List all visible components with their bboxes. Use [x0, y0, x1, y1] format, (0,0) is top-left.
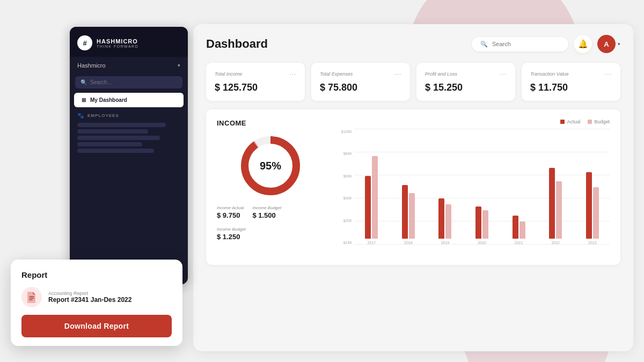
notification-button[interactable]: 🔔 — [574, 35, 592, 53]
bar-group-2017: 2017 — [354, 153, 389, 245]
sidebar-search-input[interactable] — [90, 79, 177, 85]
sidebar-menu-bar-4[interactable] — [77, 142, 142, 146]
income-actual-group: Income Actual $ 9.750 — [217, 205, 244, 219]
stat-label-income: Total Income — [215, 71, 242, 77]
bar-group-2018: 2018 — [391, 153, 426, 245]
sidebar-menu-bar-5[interactable] — [77, 149, 154, 153]
stat-dots-transaction[interactable]: ··· — [605, 70, 612, 78]
logo-icon: # — [77, 35, 92, 50]
income-actual-label: Income Actual — [217, 205, 244, 210]
bar-x-label-2022: 2022 — [551, 241, 560, 245]
stat-card-expenses: Total Expenses ··· $ 75.800 — [311, 63, 410, 101]
income-budget2-value: $ 1.250 — [217, 233, 324, 241]
bar-x-label-2019: 2019 — [441, 241, 450, 245]
bar-x-label-2021: 2021 — [515, 241, 523, 245]
sidebar-search-icon: 🔍 — [80, 79, 87, 85]
sidebar-section-label-text: EMPLOYEES — [87, 113, 119, 118]
report-file-details: Accounting Report Report #2341 Jan-Des 2… — [48, 291, 131, 304]
stat-label-profit: Profit and Loss — [425, 71, 457, 77]
bar-actual-2023 — [586, 172, 592, 239]
bar-actual-2021 — [513, 216, 518, 239]
download-report-button[interactable]: Download Report — [21, 315, 172, 337]
bar-x-label-2023: 2023 — [588, 241, 597, 245]
bar-budget-2022 — [556, 181, 562, 239]
legend-actual-label: Actual — [567, 119, 580, 124]
page-title: Dashboard — [206, 37, 268, 51]
bar-group-2019: 2019 — [428, 153, 463, 245]
income-budget-group: Income Budget $ 1.500 — [252, 205, 281, 219]
bar-group-2022: 2022 — [538, 153, 573, 245]
sidebar-search-box[interactable]: 🔍 — [75, 76, 182, 88]
income-title: INCOME — [217, 119, 324, 127]
main-search-input[interactable] — [492, 41, 560, 47]
legend-budget: Budget — [588, 119, 610, 124]
stat-value-transaction: $ 11.750 — [530, 82, 612, 93]
sidebar: # HASHMICRO THINK FORWARD Hashmicro ▾ 🔍 … — [70, 27, 188, 284]
income-left-panel: INCOME 95% Income Actual $ 9.750 — [217, 119, 324, 255]
income-panel: INCOME 95% Income Actual $ 9.750 — [206, 109, 620, 265]
bar-group-2021: 2021 — [501, 153, 536, 245]
stat-dots-expenses[interactable]: ··· — [394, 70, 401, 78]
stat-value-profit: $ 15.250 — [425, 82, 507, 93]
bar-budget-2017 — [372, 156, 378, 239]
bell-icon: 🔔 — [578, 39, 588, 49]
dashboard-icon: ⊞ — [82, 97, 86, 103]
bar-actual-2017 — [365, 176, 371, 239]
sidebar-menu-bar-1[interactable] — [77, 123, 166, 127]
main-header: Dashboard 🔍 🔔 A ▾ — [206, 35, 620, 53]
bar-budget-2023 — [593, 187, 599, 239]
bar-actual-2018 — [402, 185, 408, 239]
org-name: Hashmicro — [77, 62, 106, 69]
report-card: Report Accounting Report Report #2341 Ja… — [11, 260, 182, 346]
bar-chart: $100K$60K$60K$40K$20K$15K 2017 — [335, 129, 610, 255]
sidebar-item-label: My Dashboard — [90, 97, 127, 103]
avatar-wrapper[interactable]: A ▾ — [597, 35, 620, 53]
sidebar-item-dashboard[interactable]: ⊞ My Dashboard — [74, 93, 184, 107]
main-search-bar[interactable]: 🔍 — [472, 37, 568, 51]
bar-budget-2020 — [482, 210, 488, 239]
org-dropdown-icon: ▾ — [178, 63, 180, 68]
income-budget-label: Income Budget — [252, 205, 281, 210]
stat-card-income: Total Income ··· $ 125.750 — [206, 63, 305, 101]
bar-budget-2018 — [409, 193, 415, 239]
stat-card-profit: Profit and Loss ··· $ 15.250 — [416, 63, 515, 101]
income-stats: Income Actual $ 9.750 Income Budget $ 1.… — [217, 205, 324, 219]
income-right-panel: Actual Budget $100K$60K$60K$40K$20K$15K — [335, 119, 610, 255]
sidebar-org[interactable]: Hashmicro ▾ — [70, 57, 188, 74]
legend-dot-actual — [560, 120, 565, 124]
stat-label-transaction: Transaction Value — [530, 71, 569, 77]
income-budget2-group: Income Budget $ 1.250 — [217, 227, 324, 241]
report-card-title: Report — [21, 270, 172, 279]
income-budget2-label: Income Budget — [217, 227, 324, 232]
legend-dot-budget — [588, 120, 592, 124]
logo-name: HASHMICRO — [97, 38, 138, 45]
sidebar-menu-bar-2[interactable] — [77, 129, 148, 134]
logo-text: HASHMICRO THINK FORWARD — [97, 38, 138, 48]
employees-icon: 🐾 — [77, 113, 84, 119]
bar-budget-2021 — [519, 221, 525, 239]
income-actual-value: $ 9.750 — [217, 211, 244, 219]
search-icon: 🔍 — [480, 41, 488, 48]
header-actions: 🔍 🔔 A ▾ — [472, 35, 620, 53]
bar-group-2020: 2020 — [465, 153, 500, 245]
logo-tagline: THINK FORWARD — [97, 45, 138, 48]
chart-legend: Actual Budget — [335, 119, 610, 124]
bar-budget-2019 — [445, 204, 451, 239]
main-content: Dashboard 🔍 🔔 A ▾ Total Income ··· $ 125… — [193, 24, 633, 351]
bar-actual-2019 — [438, 198, 444, 239]
bar-group-2023: 2023 — [575, 153, 610, 245]
stat-dots-profit[interactable]: ··· — [500, 70, 507, 78]
report-card-info: Accounting Report Report #2341 Jan-Des 2… — [21, 287, 172, 307]
sidebar-menu-bar-3[interactable] — [77, 136, 160, 140]
stat-dots-income[interactable]: ··· — [289, 70, 296, 78]
stat-value-expenses: $ 75.800 — [320, 82, 401, 93]
bar-x-label-2017: 2017 — [368, 241, 376, 245]
sidebar-logo: # HASHMICRO THINK FORWARD — [70, 27, 188, 57]
avatar[interactable]: A — [597, 35, 616, 53]
donut-chart: 95% — [238, 134, 303, 198]
donut-percent: 95% — [260, 160, 281, 172]
bar-actual-2022 — [549, 168, 555, 239]
stat-label-expenses: Total Expenses — [320, 71, 353, 77]
avatar-dropdown-icon: ▾ — [618, 41, 620, 47]
stat-card-transaction: Transaction Value ··· $ 11.750 — [522, 63, 620, 101]
